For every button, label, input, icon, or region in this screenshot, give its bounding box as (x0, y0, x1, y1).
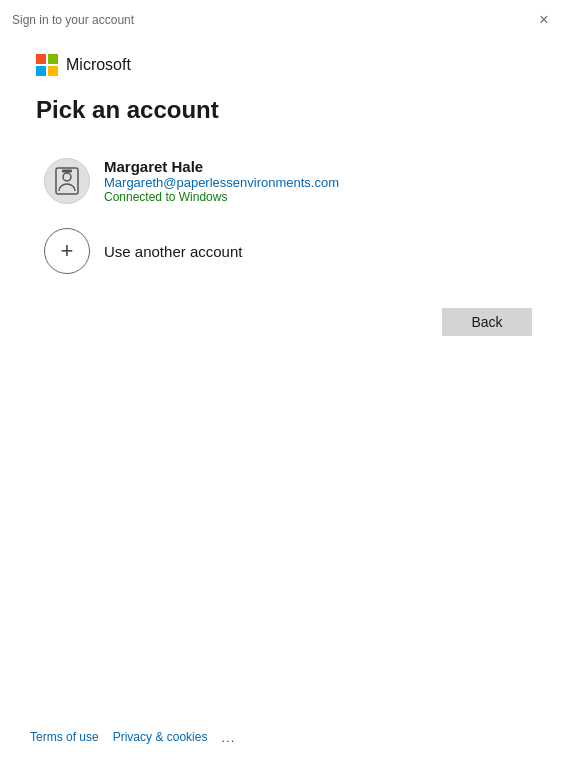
plus-icon: + (61, 240, 74, 262)
add-account-label: Use another account (104, 243, 242, 260)
account-email: Margareth@paperlessenvironments.com (104, 175, 339, 190)
main-content: Microsoft Pick an account Margaret Hale … (0, 30, 568, 710)
user-id-icon (54, 167, 80, 195)
account-name: Margaret Hale (104, 158, 339, 175)
microsoft-label: Microsoft (66, 56, 131, 74)
avatar (44, 158, 90, 204)
back-button[interactable]: Back (442, 308, 532, 336)
svg-rect-2 (62, 170, 72, 173)
svg-point-1 (63, 173, 71, 181)
back-btn-container: Back (36, 308, 532, 336)
window-title: Sign in to your account (12, 13, 134, 27)
privacy-cookies-link[interactable]: Privacy & cookies (113, 730, 208, 744)
add-account-item[interactable]: + Use another account (36, 218, 532, 284)
page-title: Pick an account (36, 96, 532, 124)
logo-blue-square (36, 66, 46, 76)
terms-of-use-link[interactable]: Terms of use (30, 730, 99, 744)
close-button[interactable]: × (532, 8, 556, 32)
account-status: Connected to Windows (104, 190, 339, 204)
footer: Terms of use Privacy & cookies ... (0, 714, 568, 760)
logo-yellow-square (48, 66, 58, 76)
microsoft-logo: Microsoft (36, 54, 532, 76)
logo-red-square (36, 54, 46, 64)
logo-grid (36, 54, 58, 76)
account-item[interactable]: Margaret Hale Margareth@paperlessenviron… (36, 148, 532, 214)
logo-green-square (48, 54, 58, 64)
account-info: Margaret Hale Margareth@paperlessenviron… (104, 158, 339, 204)
more-options[interactable]: ... (221, 730, 235, 745)
plus-circle: + (44, 228, 90, 274)
